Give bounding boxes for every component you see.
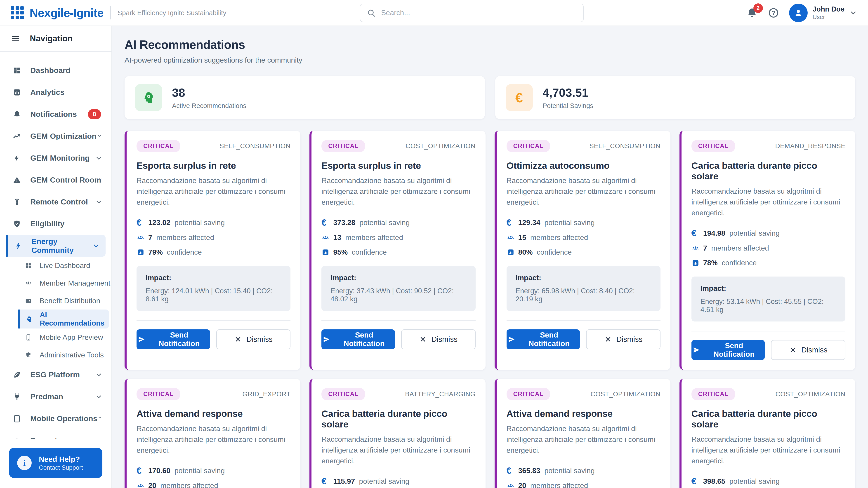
sidebar-item-dashboard[interactable]: Dashboard <box>0 59 112 81</box>
potential-saving-row: € 115.97 potential saving <box>321 477 475 486</box>
sidebar-item-label: Dashboard <box>30 66 102 75</box>
dismiss-button[interactable]: Dismiss <box>586 329 660 349</box>
dashboard-icon <box>13 66 21 75</box>
sidebar-subitem-benefit-distribution[interactable]: Benefit Distribution <box>0 292 112 310</box>
sidebar-item-gem-monitoring[interactable]: GEM Monitoring <box>0 147 112 169</box>
confidence-value: 80% <box>518 248 533 256</box>
severity-badge: CRITICAL <box>136 140 180 152</box>
dismiss-button[interactable]: Dismiss <box>401 329 475 349</box>
stat-label: Active Recommendations <box>172 102 246 109</box>
card-title: Esporta surplus in rete <box>321 160 475 171</box>
ai-icon <box>26 316 33 323</box>
card-description: Raccomandazione basata su algoritmi di i… <box>321 434 475 466</box>
send-notification-button[interactable]: Send Notification <box>321 329 395 349</box>
sidebar-item-analytics[interactable]: Analytics <box>0 81 112 103</box>
dismiss-label: Dismiss <box>246 335 272 344</box>
saving-value: 115.97 <box>333 477 355 486</box>
sidebar-item-notifications[interactable]: Notifications 8 <box>0 103 112 125</box>
sidebar-subitem-live-dashboard[interactable]: Live Dashboard <box>0 257 112 274</box>
sidebar-subitem-label: Live Dashboard <box>39 261 90 270</box>
recommendation-card: CRITICAL COST_OPTIMIZATION Esporta surpl… <box>309 131 485 370</box>
saving-value: 129.34 <box>518 219 540 227</box>
user-menu[interactable]: John Doe User <box>789 4 857 22</box>
sidebar-item-label: Analytics <box>30 88 102 97</box>
saving-label: potential saving <box>730 477 780 486</box>
page-title: AI Recommendations <box>125 38 855 52</box>
help-button[interactable]: ? <box>768 7 779 19</box>
sidebar-item-remote-control[interactable]: Remote Control <box>0 191 112 213</box>
recommendation-card: CRITICAL SELF_CONSUMPTION Ottimizza auto… <box>495 131 671 370</box>
app-logo-icon <box>11 6 24 19</box>
sidebar-item-label: GEM Monitoring <box>30 154 95 162</box>
sidebar-subitem-ai-recommendations[interactable]: AI Recommendations <box>18 310 105 328</box>
chevron-icon <box>92 242 100 250</box>
category-label: COST_OPTIMIZATION <box>405 142 475 150</box>
saving-value: 123.02 <box>148 219 170 227</box>
impact-title: Impact: <box>516 273 651 282</box>
menu-icon[interactable] <box>11 34 20 43</box>
sidebar-item-label: GEM Optimization <box>30 132 96 140</box>
euro-icon: € <box>506 466 512 475</box>
sidebar-item-gem-control-room[interactable]: GEM Control Room <box>0 169 112 191</box>
send-icon <box>323 335 330 343</box>
sidebar-item-mobile-operations[interactable]: Mobile Operations <box>0 408 112 429</box>
members-affected-row: 7 members affected <box>136 233 290 242</box>
dismiss-button[interactable]: Dismiss <box>771 340 845 360</box>
category-label: COST_OPTIMIZATION <box>776 390 845 398</box>
card-description: Raccomandazione basata su algoritmi di i… <box>321 175 475 207</box>
impact-box: Impact: Energy: 37.43 kWh | Cost: 90.52 … <box>321 266 475 311</box>
close-icon <box>419 335 427 343</box>
send-notification-button[interactable]: Send Notification <box>506 329 580 349</box>
card-description: Raccomandazione basata su algoritmi di i… <box>136 175 290 207</box>
send-notification-button[interactable]: Send Notification <box>691 340 765 360</box>
app-tagline: Spark Efficiency Ignite Sustainability <box>118 9 226 17</box>
sidebar-item-gem-optimization[interactable]: GEM Optimization <box>0 125 112 147</box>
send-notification-button[interactable]: Send Notification <box>136 329 210 349</box>
search-box[interactable] <box>360 4 584 22</box>
chevron-icon <box>96 133 102 138</box>
sidebar-item-promoter[interactable]: Promoter <box>0 429 112 439</box>
members-value: 13 <box>333 233 341 242</box>
sidebar-item-label: Predman <box>30 392 95 401</box>
recommendation-card: CRITICAL SELF_CONSUMPTION Esporta surplu… <box>125 131 301 370</box>
user-name: John Doe <box>813 5 844 14</box>
sidebar-item-esg-platform[interactable]: ESG Platform <box>0 364 112 386</box>
contact-support-button[interactable]: i Need Help? Contact Support <box>9 448 102 478</box>
analytics-icon <box>13 88 21 97</box>
info-icon: i <box>17 456 32 470</box>
sidebar-subitem-label: Benefit Distribution <box>39 297 100 305</box>
stat-value: 38 <box>172 86 246 99</box>
saving-value: 170.60 <box>148 466 170 475</box>
send-icon <box>508 335 515 343</box>
dismiss-button[interactable]: Dismiss <box>216 329 291 349</box>
active-indicator <box>18 310 20 328</box>
members-label: members affected <box>530 233 588 242</box>
sidebar-subitem-mobile-app-preview[interactable]: Mobile App Preview <box>0 328 112 346</box>
chevron-icon <box>95 393 102 400</box>
severity-badge: CRITICAL <box>321 140 365 152</box>
notifications-bell-button[interactable]: 2 <box>746 7 758 19</box>
sidebar-subitem-administrative-tools[interactable]: Administrative Tools <box>0 346 112 364</box>
svg-text:?: ? <box>772 9 775 16</box>
severity-badge: CRITICAL <box>506 140 550 152</box>
saving-label: potential saving <box>544 219 594 227</box>
category-label: SELF_CONSUMPTION <box>219 142 290 150</box>
card-description: Raccomandazione basata su algoritmi di i… <box>691 434 845 466</box>
user-role: User <box>813 13 844 21</box>
sidebar-item-eligibility[interactable]: Eligibility <box>0 213 112 235</box>
potential-saving-row: € 129.34 potential saving <box>506 218 660 227</box>
stat-card-active-recommendations: 38 Active Recommendations <box>125 76 485 119</box>
page-subtitle: AI-powered optimization suggestions for … <box>125 56 855 64</box>
confidence-row: 80% confidence <box>506 248 660 256</box>
members-label: members affected <box>711 244 769 252</box>
impact-text: Energy: 124.01 kWh | Cost: 15.40 | CO2: … <box>146 287 281 303</box>
chevron-icon <box>97 415 102 420</box>
impact-text: Energy: 37.43 kWh | Cost: 90.52 | CO2: 4… <box>331 287 466 303</box>
sidebar-item-predman[interactable]: Predman <box>0 386 112 408</box>
remote-icon <box>13 198 21 206</box>
severity-badge: CRITICAL <box>691 388 735 400</box>
admin-icon <box>25 352 32 359</box>
sidebar-subitem-member-management[interactable]: Member Management <box>0 274 112 292</box>
search-input[interactable] <box>381 8 577 17</box>
sidebar-item-energy-community[interactable]: Energy Community <box>6 235 105 257</box>
